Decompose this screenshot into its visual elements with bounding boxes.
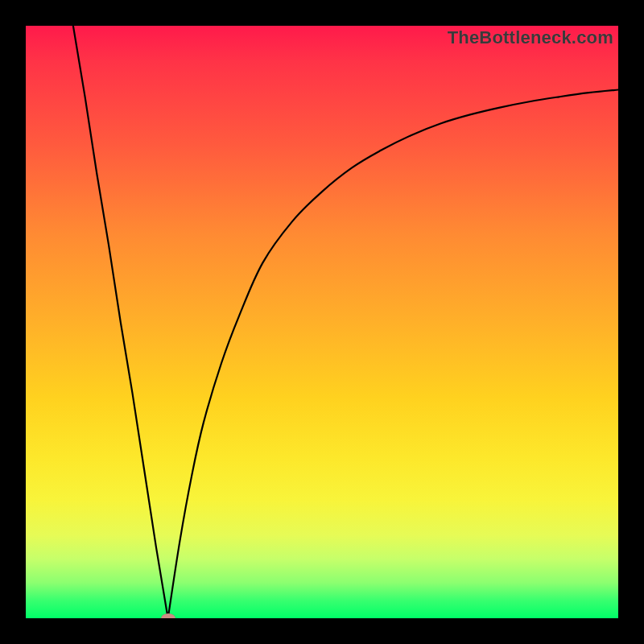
plot-area: TheBottleneck.com (26, 26, 618, 618)
optimal-point-marker (161, 613, 175, 618)
curve-layer (26, 26, 618, 618)
bottleneck-curve (73, 26, 618, 618)
chart-frame: TheBottleneck.com (0, 0, 644, 644)
